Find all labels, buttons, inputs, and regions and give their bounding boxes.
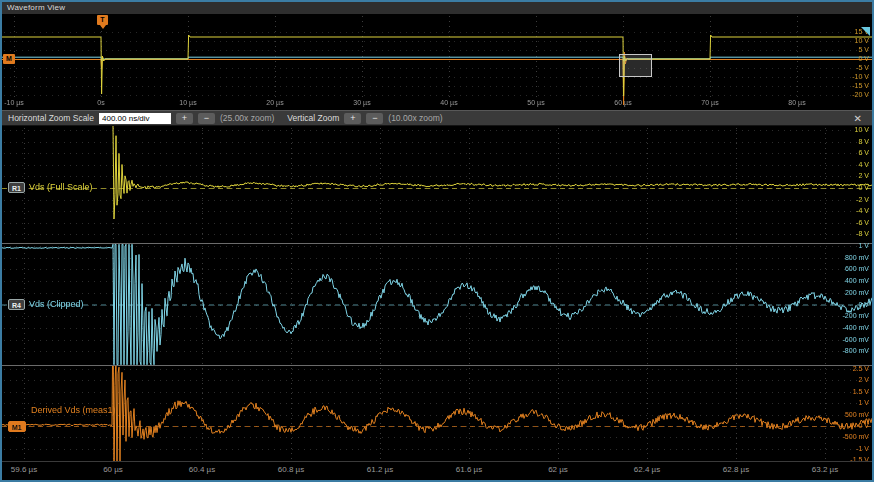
- zoomed-waveform-area: R1 Vds (Full Scale) R4 Vds (Clipped) M1 …: [2, 126, 872, 476]
- r1-voltage-label: -4 V: [856, 207, 869, 214]
- horizontal-zoom-out-button[interactable]: −: [198, 113, 215, 124]
- zoomed-waveform-canvas[interactable]: [2, 126, 872, 461]
- overview-waveform-canvas[interactable]: [2, 14, 872, 110]
- r4-voltage-label: -800 mV: [843, 347, 869, 354]
- r4-voltage-label: -400 mV: [843, 324, 869, 331]
- zoom-region-box[interactable]: [619, 54, 652, 77]
- vertical-zoom-in-button[interactable]: +: [344, 113, 361, 124]
- time-axis-label: 60.8 µs: [278, 465, 304, 474]
- vertical-zoom-out-button[interactable]: −: [366, 113, 383, 124]
- math-channel-marker[interactable]: M: [3, 54, 15, 64]
- channel-scale-indicator-icon: [861, 27, 870, 36]
- overview-time-label: 80 µs: [788, 99, 805, 106]
- time-axis-label: 60.4 µs: [189, 465, 215, 474]
- overview-time-label: 30 µs: [353, 99, 370, 106]
- overview-time-label: 50 µs: [527, 99, 544, 106]
- overview-voltage-label: 0 V: [858, 55, 869, 62]
- m1-voltage-label: 0 V: [858, 422, 869, 429]
- time-axis-label: 62.4 µs: [634, 465, 660, 474]
- m1-voltage-label: -1 V: [856, 445, 869, 452]
- horizontal-zoom-in-button[interactable]: +: [176, 113, 193, 124]
- math-badge-m1[interactable]: M1: [8, 421, 26, 432]
- r1-voltage-label: 6 V: [858, 149, 869, 156]
- time-axis-label: 61.2 µs: [367, 465, 393, 474]
- close-zoom-button[interactable]: ✕: [850, 113, 866, 124]
- overview-time-label: 20 µs: [266, 99, 283, 106]
- m1-voltage-label: 2.5 V: [853, 365, 869, 372]
- overview-time-label: 0s: [97, 99, 104, 106]
- m1-voltage-label: 1 V: [858, 399, 869, 406]
- reference-badge-r1[interactable]: R1: [8, 182, 25, 193]
- overview-panel: -10 µs0s10 µs20 µs30 µs40 µs50 µs60 µs70…: [2, 14, 872, 110]
- overview-time-label: 40 µs: [440, 99, 457, 106]
- time-axis-label: 60 µs: [103, 465, 123, 474]
- r1-voltage-label: 4 V: [858, 161, 869, 168]
- r4-voltage-label: 1 V: [858, 242, 869, 249]
- r1-voltage-label: -2 V: [856, 196, 869, 203]
- trigger-marker-tail-icon: [100, 25, 106, 29]
- horizontal-zoom-scale-label: Horizontal Zoom Scale: [8, 113, 94, 123]
- m1-voltage-label: -500 mV: [843, 433, 869, 440]
- r1-voltage-label: 0 V: [858, 184, 869, 191]
- time-axis-label: 61.6 µs: [456, 465, 482, 474]
- time-axis-label: 62.8 µs: [723, 465, 749, 474]
- window-title: Waveform View: [7, 3, 65, 12]
- horizontal-scale-input[interactable]: [99, 113, 171, 124]
- time-axis-label: 62 µs: [548, 465, 568, 474]
- r1-voltage-label: -6 V: [856, 219, 869, 226]
- time-axis-label: 59.6 µs: [11, 465, 37, 474]
- vertical-zoom-factor: (10.00x zoom): [388, 113, 442, 123]
- waveform-view-window: Waveform View -10 µs0s10 µs20 µs30 µs40 …: [0, 0, 874, 482]
- overview-time-label: 60 µs: [614, 99, 631, 106]
- vertical-zoom-label: Vertical Zoom: [287, 113, 339, 123]
- zoom-toolbar: Horizontal Zoom Scale + − (25.00x zoom) …: [2, 110, 872, 126]
- horizontal-zoom-factor: (25.00x zoom): [220, 113, 274, 123]
- channel-label-m1: Derived Vds (meas1): [31, 405, 116, 415]
- overview-voltage-label: -20 V: [852, 91, 869, 98]
- r1-voltage-label: 8 V: [858, 138, 869, 145]
- overview-time-label: 10 µs: [179, 99, 196, 106]
- r1-voltage-label: 2 V: [858, 172, 869, 179]
- overview-time-label: 70 µs: [701, 99, 718, 106]
- channel-label-r1: Vds (Full Scale): [29, 182, 93, 192]
- bottom-filler: [2, 476, 872, 480]
- r4-voltage-label: 600 mV: [845, 265, 869, 272]
- overview-voltage-label: -15 V: [852, 82, 869, 89]
- r4-voltage-label: 0 V: [858, 301, 869, 308]
- r4-voltage-label: 800 mV: [845, 254, 869, 261]
- m1-voltage-label: 500 mV: [845, 411, 869, 418]
- r1-voltage-label: 10 V: [855, 126, 869, 133]
- reference-badge-r4[interactable]: R4: [8, 299, 25, 310]
- m1-voltage-label: 1.5 V: [853, 388, 869, 395]
- trigger-marker[interactable]: T: [97, 15, 108, 25]
- r4-voltage-label: 200 mV: [845, 289, 869, 296]
- r1-voltage-label: -8 V: [856, 230, 869, 237]
- time-axis-label: 63.2 µs: [812, 465, 838, 474]
- m1-voltage-label: 2 V: [858, 376, 869, 383]
- overview-time-label: -10 µs: [4, 99, 24, 106]
- overview-voltage-label: -5 V: [856, 64, 869, 71]
- time-axis: 59.6 µs60 µs60.4 µs60.8 µs61.2 µs61.6 µs…: [2, 461, 872, 476]
- r4-voltage-label: -600 mV: [843, 336, 869, 343]
- r4-voltage-label: -200 mV: [843, 312, 869, 319]
- overview-voltage-label: 5 V: [858, 46, 869, 53]
- r4-voltage-label: 400 mV: [845, 277, 869, 284]
- overview-voltage-label: -10 V: [852, 73, 869, 80]
- channel-label-r4: Vds (Clipped): [29, 299, 84, 309]
- titlebar: Waveform View: [2, 2, 872, 14]
- overview-voltage-label: 10 V: [855, 37, 869, 44]
